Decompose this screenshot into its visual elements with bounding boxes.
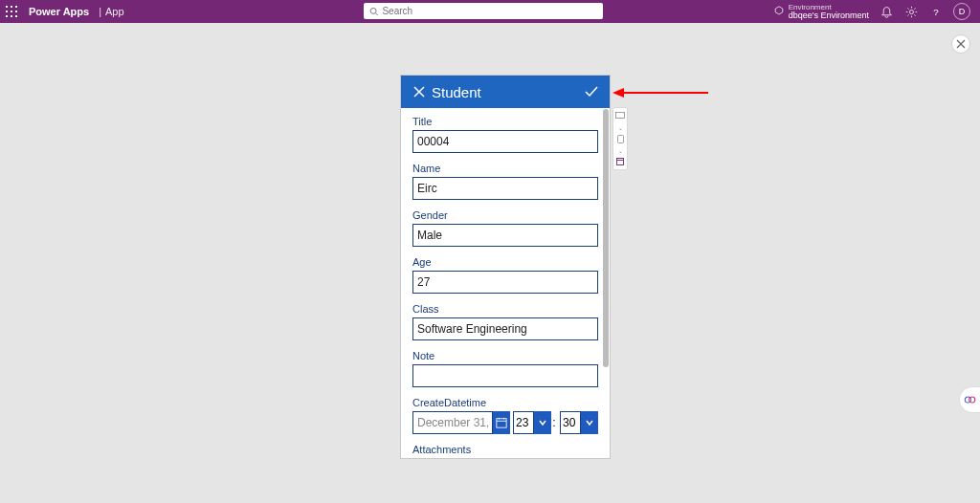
field-title: Title [412,116,598,153]
close-preview-button[interactable] [951,34,970,54]
copilot-button[interactable] [959,386,980,413]
global-header: Power Apps | App Environment dbqee's Env… [0,0,980,23]
svg-rect-3 [6,11,8,12]
minute-dropdown[interactable] [581,411,598,434]
field-label-title: Title [412,116,598,127]
scroll-thumb[interactable] [603,109,609,367]
svg-rect-21 [616,113,625,119]
input-title[interactable] [412,130,598,153]
app-canvas: Student Title Name Gender Age [0,23,980,503]
help-button[interactable]: ? [928,4,944,19]
device-desktop-icon[interactable] [614,111,626,120]
svg-rect-0 [6,6,8,8]
field-attachments: Attachments [412,444,598,455]
copilot-icon [964,393,977,406]
form-header: Student [401,76,610,108]
search-container [364,3,603,19]
environment-picker[interactable]: Environment dbqee's Environment [773,4,869,20]
field-label-age: Age [412,256,598,268]
brand-label[interactable]: Power Apps [23,6,95,17]
form-cancel-button[interactable] [411,84,428,99]
svg-text:?: ? [933,6,939,16]
environment-icon [773,6,785,17]
avatar-initial: D [959,7,966,16]
svg-rect-6 [6,15,8,17]
hour-dropdown[interactable] [534,411,551,434]
field-label-name: Name [412,163,598,174]
search-input[interactable] [382,6,597,16]
field-label-class: Class [412,303,598,315]
header-right: Environment dbqee's Environment ? D [773,3,980,20]
svg-rect-1 [11,6,12,8]
field-age: Age [412,256,598,294]
check-icon [583,83,600,100]
app-name-label[interactable]: App [105,6,124,17]
settings-button[interactable] [903,4,919,19]
device-phone-icon[interactable] [614,157,626,166]
notifications-button[interactable] [879,4,894,19]
chevron-down-icon [585,418,594,427]
field-label-gender: Gender [412,209,598,221]
svg-rect-8 [15,15,17,17]
field-gender: Gender [412,209,598,247]
chevron-down-icon [538,418,547,427]
svg-line-10 [375,12,377,14]
svg-point-11 [909,10,913,13]
chevron-down-icon[interactable]: ⌄ [614,122,626,132]
input-name[interactable] [412,177,598,200]
form-body: Title Name Gender Age Class Note [401,108,610,458]
hour-value[interactable]: 23 [513,411,534,434]
input-note[interactable] [412,364,598,387]
app-launcher-icon[interactable] [0,6,23,17]
student-form-panel: Student Title Name Gender Age [400,75,611,459]
help-icon: ? [930,6,943,18]
bell-icon [880,6,893,18]
breadcrumb-separator: | [95,6,105,17]
field-label-attachments: Attachments [412,444,598,455]
svg-rect-23 [617,159,624,165]
gear-icon [905,6,918,18]
field-name: Name [412,163,598,200]
svg-point-28 [969,397,974,403]
field-label-note: Note [412,350,598,361]
calendar-icon [496,417,507,428]
form-title: Student [432,84,583,100]
svg-rect-2 [15,6,17,8]
form-scrollbar[interactable] [603,109,609,457]
svg-marker-26 [612,88,624,98]
close-icon [412,84,427,99]
svg-rect-4 [11,11,12,12]
search-box[interactable] [364,3,603,19]
environment-name: dbqee's Environment [789,11,869,20]
close-icon [956,39,966,49]
field-label-createdatetime: CreateDatetime [412,397,598,408]
chevron-down-icon[interactable]: ⌄ [614,145,626,155]
minute-value[interactable]: 30 [560,411,581,434]
user-avatar[interactable]: D [953,3,970,20]
field-class: Class [412,303,598,340]
device-tablet-icon[interactable] [614,134,626,143]
form-submit-button[interactable] [583,83,600,100]
device-preview-strip: ⌄ ⌄ [612,107,628,170]
field-note: Note [412,350,598,387]
environment-caption: Environment [789,4,869,11]
field-createdatetime: CreateDatetime 23 : [412,397,598,434]
calendar-button[interactable] [493,411,510,434]
svg-point-9 [370,8,376,13]
input-class[interactable] [412,317,598,340]
time-separator: : [551,416,557,429]
date-picker[interactable] [412,411,510,434]
input-gender[interactable] [412,224,598,247]
annotation-arrow [612,86,708,99]
svg-rect-17 [497,419,506,427]
input-date[interactable] [412,411,493,434]
svg-rect-7 [11,15,12,17]
svg-rect-22 [617,135,623,142]
search-icon [369,7,378,16]
svg-rect-5 [15,11,17,12]
input-age[interactable] [412,271,598,294]
